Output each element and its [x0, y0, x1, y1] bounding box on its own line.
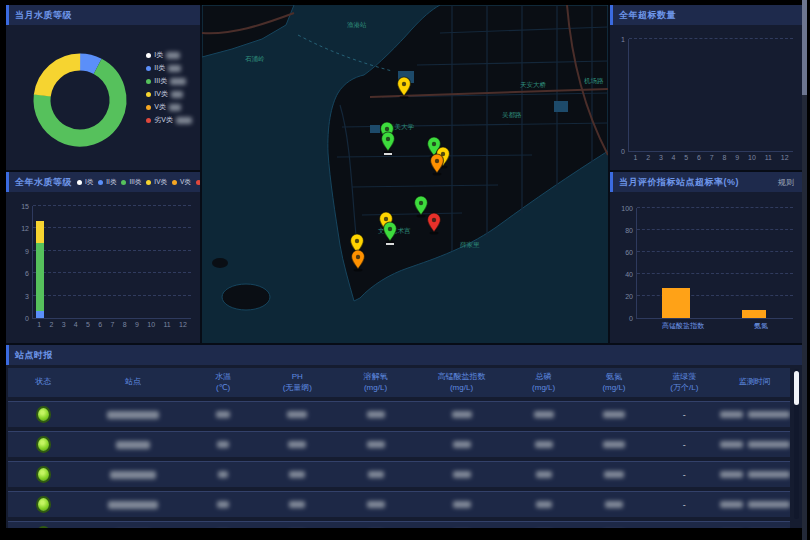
table-cell — [78, 501, 187, 509]
x-tick-label: 11 — [765, 154, 772, 161]
y-tick-label: 12 — [21, 225, 29, 232]
x-tick-label: 6 — [98, 321, 102, 328]
station-name-redacted — [116, 441, 150, 449]
table-scrollbar[interactable] — [794, 369, 799, 519]
y-tick-label: 20 — [625, 293, 633, 300]
table-cell — [415, 411, 509, 418]
table-cell — [720, 441, 790, 448]
column-header-水温: 水温(℃) — [188, 372, 258, 393]
map-label: 石浦岭 — [245, 55, 265, 63]
table-cell: - — [649, 470, 719, 480]
gridline — [637, 273, 793, 274]
panel-month-quality: 当月水质等级 I类II类III类IV类V类劣V类 — [6, 5, 200, 170]
value-redacted — [452, 411, 472, 418]
column-header-总磷: 总磷(mg/L) — [508, 372, 578, 393]
year-exceed-chart[interactable]: 01123456789101112 — [628, 39, 793, 152]
x-tick-label: 12 — [179, 321, 187, 328]
legend-item-V类[interactable]: V类 — [172, 178, 191, 187]
city-map[interactable]: 石浦岭渔港站集美大学天安大桥吴都路机场路文化艺术宫薛家里 — [202, 5, 608, 343]
table-cell — [258, 471, 336, 478]
value-redacted — [217, 501, 229, 508]
legend-item-IV类[interactable]: IV类 — [146, 89, 192, 99]
x-tick-labels: 123456789101112 — [629, 154, 793, 161]
month-rate-bar-chart[interactable]: 020406080100高锰酸盐指数氨氮 — [636, 208, 793, 319]
station-name-redacted — [110, 471, 156, 479]
timestamp-redacted — [748, 441, 790, 448]
x-tick-label: 高锰酸盐指数 — [662, 321, 704, 331]
stacked-bar-II类[interactable] — [36, 311, 44, 318]
table-row[interactable]: - — [8, 491, 790, 517]
column-label: 高锰酸盐指数 — [438, 372, 486, 382]
y-tick-label: 1 — [621, 36, 625, 43]
y-tick-label: 9 — [25, 247, 29, 254]
table-cell — [258, 411, 336, 418]
rules-link[interactable]: 规则 — [778, 177, 794, 188]
value-redacted — [603, 441, 625, 448]
value-redacted — [453, 471, 471, 478]
column-label: 状态 — [35, 377, 51, 387]
legend-dot-icon — [172, 180, 177, 185]
table-cell — [508, 441, 578, 448]
table-row[interactable]: - — [8, 431, 790, 457]
legend-label: III类 — [154, 76, 167, 86]
rate-bar-高锰酸盐指数[interactable] — [662, 288, 690, 318]
year-quality-legend: I类II类III类IV类V类劣V类 — [72, 178, 200, 187]
rate-bar-氨氮[interactable] — [742, 310, 766, 318]
legend-item-III类[interactable]: III类 — [146, 76, 192, 86]
x-tick-label: 4 — [74, 321, 78, 328]
column-label: 氨氮 — [606, 372, 622, 382]
x-tick-label: 4 — [672, 154, 676, 161]
table-scrollbar-thumb[interactable] — [794, 371, 799, 405]
panel-title: 当月水质等级 — [15, 9, 72, 22]
legend-item-劣V类[interactable]: 劣V类 — [146, 115, 192, 125]
page-scrollbar-thumb[interactable] — [802, 0, 807, 95]
station-name-redacted — [108, 501, 158, 509]
column-label: 溶解氧 — [364, 372, 388, 382]
page-scrollbar[interactable] — [802, 0, 807, 540]
map-panel[interactable]: 石浦岭渔港站集美大学天安大桥吴都路机场路文化艺术宫薛家里 — [202, 5, 608, 343]
year-quality-bar-chart[interactable]: 03691215123456789101112 — [32, 206, 191, 319]
table-cell — [8, 468, 78, 481]
legend-label: II类 — [106, 178, 116, 187]
table-row[interactable]: - — [8, 461, 790, 487]
x-tick-label: 3 — [659, 154, 663, 161]
x-tick-label: 10 — [147, 321, 155, 328]
gridline — [637, 295, 793, 296]
legend-item-I类[interactable]: I类 — [146, 50, 192, 60]
table-row[interactable]: - — [8, 401, 790, 427]
stacked-bar-IV类[interactable] — [36, 221, 44, 243]
legend-item-III类[interactable]: III类 — [121, 178, 141, 187]
timestamp-redacted — [748, 471, 790, 478]
column-unit: (mg/L) — [450, 383, 473, 393]
algae-value: - — [683, 500, 686, 510]
legend-item-劣V类[interactable]: 劣V类 — [196, 178, 200, 187]
legend-label: V类 — [154, 102, 166, 112]
legend-item-II类[interactable]: II类 — [98, 178, 116, 187]
gridline — [637, 251, 793, 252]
legend-item-II类[interactable]: II类 — [146, 63, 192, 73]
panel-year-exceed: 全年超标数量 01123456789101112 — [610, 5, 802, 170]
table-cell — [188, 411, 258, 418]
panel-year-quality: 全年水质等级 I类II类III类IV类V类劣V类 036912151234567… — [6, 172, 200, 343]
value-redacted — [218, 471, 228, 478]
table-row[interactable]: - — [8, 521, 790, 528]
value-redacted — [217, 441, 229, 448]
column-header-PH: PH(无量纲) — [258, 372, 336, 393]
map-label: 机场路 — [584, 77, 604, 85]
panel-title: 全年超标数量 — [619, 9, 676, 22]
x-tick-label: 5 — [86, 321, 90, 328]
legend-label: I类 — [85, 178, 93, 187]
legend-dot-icon — [146, 180, 151, 185]
table-cell — [188, 501, 258, 508]
legend-item-I类[interactable]: I类 — [77, 178, 93, 187]
legend-value-redacted — [176, 117, 192, 124]
algae-value: - — [683, 410, 686, 420]
legend-item-IV类[interactable]: IV类 — [146, 178, 167, 187]
value-redacted — [536, 501, 552, 508]
legend-item-V类[interactable]: V类 — [146, 102, 192, 112]
month-quality-donut-chart[interactable] — [20, 40, 140, 160]
legend-label: I类 — [154, 50, 163, 60]
legend-label: 劣V类 — [154, 115, 173, 125]
x-tick-label: 2 — [49, 321, 53, 328]
stacked-bar-III类[interactable] — [36, 243, 44, 310]
